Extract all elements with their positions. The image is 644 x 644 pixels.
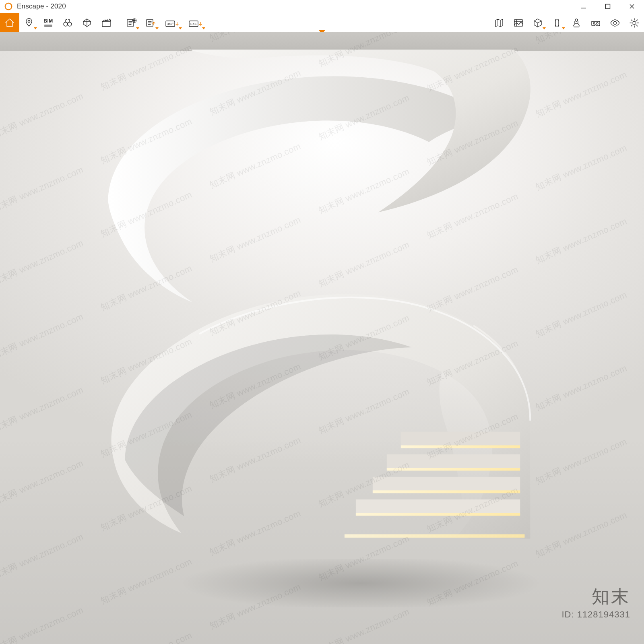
asset-library-icon	[513, 17, 524, 29]
visual-settings-button[interactable]	[605, 13, 625, 33]
asset-library-button[interactable]	[509, 13, 528, 33]
svg-point-4	[68, 22, 72, 26]
panorama-icon: 360°	[165, 17, 179, 29]
svg-rect-19	[356, 513, 520, 516]
chevron-down-icon	[202, 27, 205, 29]
orbit-button[interactable]	[528, 13, 547, 33]
toolbar-group-left: BIM	[0, 13, 207, 33]
render-viewport[interactable]: 知末网 www.znzmo.com知末网 www.znzmo.com知末网 ww…	[0, 32, 644, 644]
cube-icon	[532, 17, 543, 29]
toolbar-group-right	[489, 13, 644, 33]
maximize-button[interactable]	[596, 0, 620, 13]
title-bar: Enscape - 2020	[0, 0, 644, 13]
svg-point-2	[28, 20, 30, 22]
svg-point-3	[64, 22, 68, 26]
svg-point-15	[593, 23, 595, 24]
svg-point-17	[614, 22, 617, 25]
video-button[interactable]	[97, 13, 116, 33]
home-button[interactable]	[0, 13, 19, 33]
export-exe-button[interactable]: EXE	[184, 13, 207, 33]
map-pin-icon	[23, 17, 35, 29]
vr-button[interactable]	[586, 13, 605, 33]
svg-point-18	[633, 21, 636, 25]
home-icon	[4, 17, 15, 29]
walk-icon	[551, 17, 563, 29]
chevron-down-icon	[136, 27, 139, 29]
svg-rect-23	[345, 534, 524, 537]
svg-rect-21	[387, 468, 520, 471]
eye-icon	[609, 17, 621, 29]
chevron-down-icon	[155, 27, 159, 29]
map-icon	[493, 17, 505, 29]
window-title: Enscape - 2020	[17, 2, 66, 10]
panorama-button[interactable]: 360°	[160, 13, 184, 33]
chevron-down-icon	[179, 27, 182, 29]
enscape-logo-icon	[4, 2, 13, 11]
favorites-button[interactable]	[19, 13, 39, 33]
window-controls	[572, 0, 644, 13]
chevron-down-icon	[34, 27, 37, 29]
svg-point-14	[575, 19, 578, 21]
create-view-icon	[126, 17, 137, 29]
svg-text:EXE: EXE	[190, 22, 197, 26]
bim-mode-button[interactable]: BIM	[39, 13, 58, 33]
seated-vr-icon	[571, 17, 582, 29]
manage-uploads-icon	[145, 17, 156, 29]
manage-uploads-button[interactable]	[141, 13, 160, 33]
menu-icon	[43, 23, 54, 28]
svg-rect-20	[373, 490, 520, 493]
svg-rect-1	[606, 4, 610, 9]
export-exe-icon: EXE	[188, 17, 202, 29]
minimize-button[interactable]	[572, 0, 596, 13]
close-button[interactable]	[620, 0, 644, 13]
svg-rect-22	[401, 445, 520, 448]
asset-id-label: ID: 1128194331	[561, 609, 630, 620]
source-brand-overlay: 知末 ID: 1128194331	[561, 585, 630, 620]
seated-vr-button[interactable]	[567, 13, 586, 33]
app-window: Enscape - 2020 BIM	[0, 0, 644, 644]
minimap-button[interactable]	[489, 13, 509, 33]
gear-icon	[629, 17, 640, 29]
render-background: 知末网 www.znzmo.com知末网 www.znzmo.com知末网 ww…	[0, 32, 644, 644]
svg-rect-13	[514, 20, 522, 26]
binoculars-button[interactable]	[58, 13, 77, 33]
brand-name-cn: 知末	[561, 585, 630, 609]
main-toolbar: BIM	[0, 13, 644, 33]
svg-rect-5	[102, 21, 110, 27]
safe-frame-button[interactable]	[77, 13, 97, 33]
walk-button[interactable]	[547, 13, 567, 33]
vr-headset-icon	[590, 17, 601, 29]
create-view-button[interactable]	[122, 13, 141, 33]
chevron-down-icon	[543, 27, 546, 29]
svg-point-16	[597, 23, 598, 24]
binoculars-icon	[62, 17, 73, 29]
safe-frame-icon	[81, 17, 93, 29]
svg-text:360°: 360°	[167, 22, 174, 26]
spiral-staircase-illustration	[39, 32, 605, 595]
chevron-down-icon	[562, 27, 565, 29]
clapperboard-icon	[101, 17, 112, 29]
general-settings-button[interactable]	[625, 13, 644, 33]
